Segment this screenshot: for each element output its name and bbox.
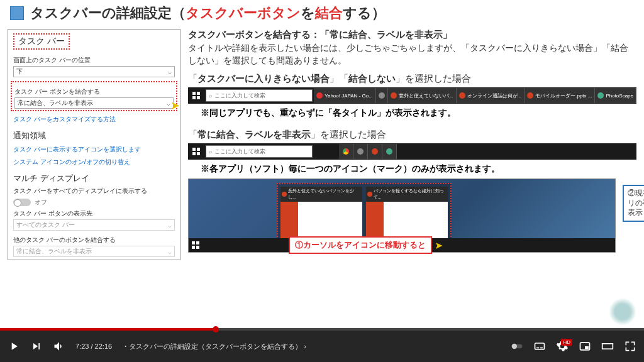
video-player-bar: 7:23 / 22:16 ・タスクバーの詳細設定（タスクバーボタンを結合する） … (0, 328, 644, 362)
theater-button[interactable] (601, 340, 614, 353)
thumbnail-popup: 意外と使えていないパソコンを少し... パソコンを軽くするなら絶対に知って... (277, 183, 452, 244)
svg-rect-5 (197, 148, 200, 151)
window-thumbnail[interactable]: パソコンを軽くするなら絶対に知って... (366, 187, 448, 241)
fullscreen-button[interactable] (624, 340, 636, 353)
case1-label: 「タスクバーに入りきらない場合」「結合しない」を選択した場合 (188, 73, 636, 85)
app-icon (527, 92, 533, 99)
case2-label: 「常に結合、ラベルを非表示」を選択した場合 (188, 129, 636, 141)
taskbar-search[interactable]: ⌕ここに入力して検索 (206, 89, 313, 102)
multi-toggle-row: オフ (13, 198, 175, 207)
callout-step2: ②現在利用中のアプリの複数タイトルが表示 (623, 185, 644, 222)
other-combine-dropdown[interactable]: 常に結合、ラベルを非表示 (13, 246, 175, 257)
multi-toggle[interactable] (13, 199, 31, 206)
panel-title-highlight: タスク バー (13, 33, 70, 50)
start-button[interactable] (188, 143, 204, 160)
cursor-icon: ➤ (435, 239, 443, 251)
app-icon (379, 92, 385, 99)
svg-rect-18 (585, 346, 589, 349)
multi-label: タスク バーをすべてのディスプレイに表示する (13, 187, 175, 195)
app-icon (391, 92, 397, 99)
combine-highlight-box: タスク バー ボタンを結合する 常に結合、ラベルを非表示 ➤ (11, 81, 177, 111)
taskbar-item[interactable]: Yahoo! JAPAN - Go... (314, 88, 376, 103)
svg-rect-6 (192, 152, 196, 155)
thumb-title: 意外と使えていないパソコンを少し... (280, 187, 362, 202)
volume-button[interactable] (53, 340, 65, 353)
svg-rect-8 (192, 241, 195, 244)
hd-badge: HD (561, 339, 572, 346)
customize-link[interactable]: タスク バーをカスタマイズする方法 (13, 115, 175, 124)
toggle-state: オフ (35, 198, 47, 207)
multi-display-heading: マルチ ディスプレイ (13, 173, 175, 184)
next-button[interactable] (30, 340, 43, 353)
taskbar-icon-only[interactable] (368, 144, 382, 159)
svg-rect-2 (192, 96, 196, 99)
start-button[interactable] (188, 87, 204, 104)
position-label: 画面上のタスク バーの位置 (13, 56, 175, 65)
taskbar-item[interactable] (376, 88, 388, 103)
time-display: 7:23 / 22:16 (75, 343, 112, 350)
taskbar-icon-only[interactable] (382, 144, 397, 159)
taskbar-example-combined: ⌕ここに入力して検索 (188, 143, 636, 160)
taskbar-item[interactable]: PhotoScape (595, 88, 636, 103)
app-icon (459, 92, 465, 99)
channel-watermark[interactable] (609, 298, 636, 326)
app-icon (316, 92, 323, 99)
svg-rect-7 (197, 152, 200, 155)
slide-title: タスクバーの詳細設定（タスクバーボタンを結合する） (30, 4, 386, 23)
other-combine-label: 他のタスク バーのボタンを結合する (13, 236, 175, 244)
position-dropdown[interactable]: 下 (13, 66, 175, 77)
app-icon (597, 92, 604, 99)
combine-dropdown[interactable]: 常に結合、ラベルを非表示 (14, 97, 174, 109)
display-pref-label: タスク バー ボタンの表示先 (13, 209, 175, 218)
start-button[interactable] (189, 238, 203, 252)
svg-rect-3 (197, 96, 200, 99)
svg-rect-16 (540, 348, 543, 349)
progress-bar[interactable] (0, 328, 644, 331)
taskbar-example-expanded: ⌕ここに入力して検索 Yahoo! JAPAN - Go... 意外と使えていな… (188, 87, 636, 104)
svg-rect-1 (197, 92, 200, 95)
slide-header: タスクバーの詳細設定（タスクバーボタンを結合する） (0, 0, 644, 26)
notification-heading: 通知領域 (13, 130, 175, 141)
window-thumbnail[interactable]: 意外と使えていないパソコンを少し... (280, 187, 362, 241)
svg-rect-19 (602, 344, 613, 349)
taskbar-icon-only[interactable] (353, 144, 368, 159)
search-icon: ⌕ (209, 148, 212, 155)
settings-button[interactable]: HD (556, 340, 569, 353)
system-icons-link[interactable]: システム アイコンのオン/オフの切り替え (13, 158, 175, 167)
note-1: ※同じアプリでも、重ならずに「各タイトル」が表示されます。 (201, 107, 636, 119)
note-2: ※各アプリ（ソフト）毎に一つのアイコン（マーク）のみが表示されます。 (201, 163, 636, 175)
taskbar-item[interactable]: オンライン通話は何が... (457, 88, 525, 103)
svg-rect-0 (192, 92, 196, 95)
miniplayer-button[interactable] (579, 340, 591, 353)
content-heading: タスクバーボタンを結合する：「常に結合、ラベルを非表示」 (188, 29, 636, 41)
chapter-title[interactable]: ・タスクバーの詳細設定（タスクバーボタンを結合する） › (122, 342, 306, 351)
taskbar-item[interactable]: モバイルオーダー.pptx ... (525, 88, 595, 103)
display-pref-dropdown[interactable]: すべてのタスク バー (13, 219, 175, 231)
app-icon (357, 148, 364, 155)
svg-rect-11 (196, 246, 199, 249)
autoplay-toggle[interactable] (511, 340, 523, 353)
progress-handle[interactable] (213, 326, 219, 332)
svg-rect-9 (196, 241, 199, 244)
header-bullet-icon (10, 6, 24, 20)
cursor-icon: ➤ (170, 99, 180, 112)
explanation-content: タスクバーボタンを結合する：「常に結合、ラベルを非表示」 タイトルや詳細を表示し… (188, 29, 636, 260)
play-button[interactable] (8, 340, 20, 353)
svg-rect-4 (192, 148, 196, 151)
shield-icon: 🛡 (8, 317, 15, 326)
app-icon (386, 148, 392, 155)
content-description: タイトルや詳細を表示したい場合には、少しごちゃごちゃしますが、「タスクバーに入り… (188, 42, 636, 67)
brand-label: 🛡 スマホのコンシェルジュ (8, 316, 101, 327)
search-icon: ⌕ (209, 92, 212, 99)
taskbar-item[interactable]: 意外と使えていないパ... (388, 88, 457, 103)
panel-title: タスク バー (18, 36, 65, 47)
progress-fill (0, 328, 213, 331)
thumb-title: パソコンを軽くするなら絶対に知って... (366, 187, 448, 202)
taskbar-search[interactable]: ⌕ここに入力して検索 (206, 145, 313, 158)
callout-step1: ①カーソルをアイコンに移動すると (289, 236, 432, 254)
notif-icons-link[interactable]: タスク バーに表示するアイコンを選択します (13, 145, 175, 154)
svg-rect-10 (192, 246, 195, 249)
chevron-right-icon: › (304, 343, 306, 350)
taskbar-icon-only[interactable] (339, 144, 353, 159)
captions-button[interactable] (533, 340, 546, 353)
